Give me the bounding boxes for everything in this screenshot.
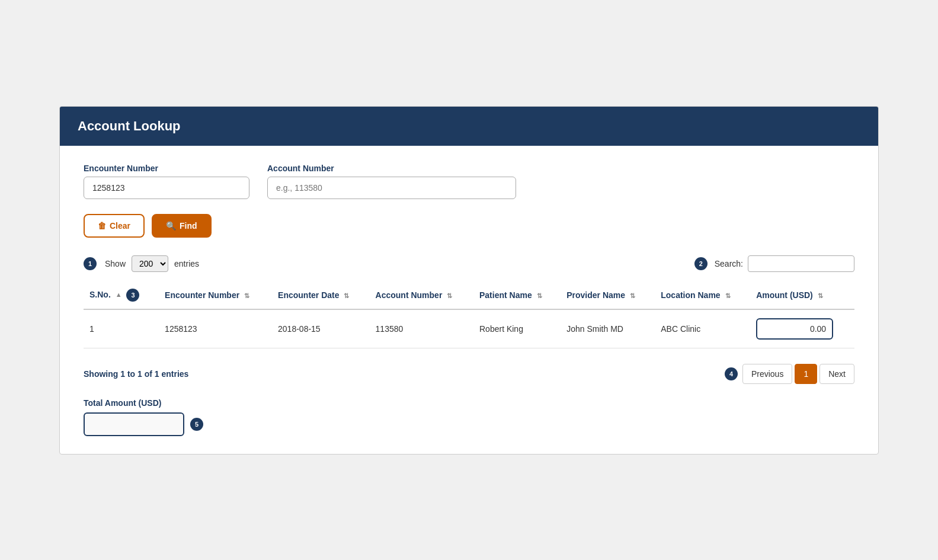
previous-button[interactable]: Previous xyxy=(742,364,792,384)
cell-provider-name: John Smith MD xyxy=(561,309,655,348)
main-container: Account Lookup Encounter Number Account … xyxy=(59,106,879,455)
table-controls: 1 Show 200 10 25 50 100 entries 2 Search… xyxy=(84,255,854,272)
table-footer: Showing 1 to 1 of 1 entries 4 Previous 1… xyxy=(84,358,854,384)
sort-icon-account-number[interactable]: ⇅ xyxy=(447,292,452,300)
sort-icon-location-name[interactable]: ⇅ xyxy=(725,292,731,300)
show-label: Show xyxy=(105,259,126,268)
badge-5: 5 xyxy=(190,418,203,431)
col-encounter-date: Encounter Date ⇅ xyxy=(272,281,370,309)
total-amount-label: Total Amount (USD) xyxy=(84,398,854,408)
col-encounter-number: Encounter Number ⇅ xyxy=(159,281,272,309)
entries-label: entries xyxy=(174,259,199,268)
col-sno: S.No. ▲ 3 xyxy=(84,281,159,309)
page-title: Account Lookup xyxy=(78,119,181,133)
account-number-group: Account Number xyxy=(267,164,516,199)
badge-4: 4 xyxy=(725,367,738,380)
sort-icon-sno[interactable]: ▲ xyxy=(116,291,122,298)
sort-icon-provider-name[interactable]: ⇅ xyxy=(630,292,635,300)
col-encounter-date-label: Encounter Date xyxy=(278,290,339,300)
col-account-number-label: Account Number xyxy=(376,290,443,300)
col-patient-name-label: Patient Name xyxy=(479,290,532,300)
col-amount: Amount (USD) ⇅ xyxy=(750,281,854,309)
find-button[interactable]: 🔍 Find xyxy=(152,214,212,238)
find-icon: 🔍 xyxy=(166,221,176,231)
encounter-number-label: Encounter Number xyxy=(84,164,249,173)
col-provider-name: Provider Name ⇅ xyxy=(561,281,655,309)
button-row: 🗑 Clear 🔍 Find xyxy=(84,214,854,238)
account-number-label: Account Number xyxy=(267,164,516,173)
cell-account-number: 113580 xyxy=(370,309,473,348)
table-row: 1 1258123 2018-08-15 113580 Robert King … xyxy=(84,309,854,348)
sort-icon-encounter-number[interactable]: ⇅ xyxy=(244,292,249,300)
sort-icon-patient-name[interactable]: ⇅ xyxy=(537,292,542,300)
col-account-number: Account Number ⇅ xyxy=(370,281,473,309)
clear-icon: 🗑 xyxy=(98,221,106,231)
encounter-number-input[interactable] xyxy=(84,177,249,199)
search-box: 2 Search: xyxy=(694,255,854,272)
total-amount-input[interactable] xyxy=(84,412,184,436)
col-patient-name: Patient Name ⇅ xyxy=(473,281,561,309)
cell-encounter-date: 2018-08-15 xyxy=(272,309,370,348)
show-entries-select[interactable]: 200 10 25 50 100 xyxy=(132,255,168,272)
form-row: Encounter Number Account Number xyxy=(84,164,854,199)
total-amount-section: Total Amount (USD) 5 xyxy=(84,398,854,436)
col-sno-label: S.No. xyxy=(89,289,111,299)
cell-encounter-number: 1258123 xyxy=(159,309,272,348)
find-button-label: Find xyxy=(180,221,197,231)
cell-location-name: ABC Clinic xyxy=(655,309,750,348)
cell-sno: 1 xyxy=(84,309,159,348)
col-amount-label: Amount (USD) xyxy=(756,290,813,300)
pagination: 4 Previous 1 Next xyxy=(725,364,854,384)
cell-amount xyxy=(750,309,854,348)
page-1-button[interactable]: 1 xyxy=(795,364,817,384)
search-input[interactable] xyxy=(748,255,854,272)
badge-3: 3 xyxy=(126,289,139,302)
badge-2: 2 xyxy=(694,257,707,270)
col-encounter-number-label: Encounter Number xyxy=(165,290,239,300)
cell-patient-name: Robert King xyxy=(473,309,561,348)
header: Account Lookup xyxy=(60,107,878,146)
encounter-number-group: Encounter Number xyxy=(84,164,249,199)
showing-text: Showing 1 to 1 of 1 entries xyxy=(84,369,188,379)
col-provider-name-label: Provider Name xyxy=(566,290,625,300)
body-content: Encounter Number Account Number 🗑 Clear … xyxy=(60,146,878,454)
table-body: 1 1258123 2018-08-15 113580 Robert King … xyxy=(84,309,854,348)
sort-icon-encounter-date[interactable]: ⇅ xyxy=(344,292,349,300)
clear-button-label: Clear xyxy=(110,221,130,231)
search-label: Search: xyxy=(715,259,743,268)
account-number-input[interactable] xyxy=(267,177,516,199)
col-location-name: Location Name ⇅ xyxy=(655,281,750,309)
clear-button[interactable]: 🗑 Clear xyxy=(84,214,145,238)
badge-1: 1 xyxy=(84,257,97,270)
table-header-row: S.No. ▲ 3 Encounter Number ⇅ Encounter D… xyxy=(84,281,854,309)
results-table: S.No. ▲ 3 Encounter Number ⇅ Encounter D… xyxy=(84,281,854,348)
amount-input[interactable] xyxy=(756,318,833,340)
sort-icon-amount[interactable]: ⇅ xyxy=(818,292,823,300)
col-location-name-label: Location Name xyxy=(661,290,720,300)
show-entries-control: 1 Show 200 10 25 50 100 entries xyxy=(84,255,199,272)
next-button[interactable]: Next xyxy=(819,364,854,384)
